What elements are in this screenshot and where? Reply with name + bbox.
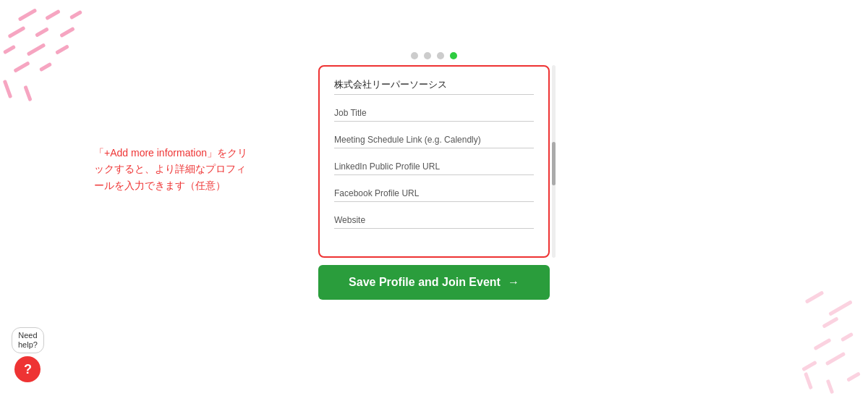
- decoration-bottomright: [752, 274, 868, 404]
- field-company: 株式会社リーパーソーシス: [334, 78, 534, 95]
- website-label: Website: [334, 215, 534, 225]
- question-mark-icon: ?: [24, 362, 32, 377]
- facebook-label: Facebook Profile URL: [334, 188, 534, 198]
- save-profile-button[interactable]: Save Profile and Join Event →: [318, 265, 550, 300]
- dot-2[interactable]: [424, 52, 431, 59]
- need-help-label: Need help?: [12, 327, 44, 353]
- website-line: [334, 228, 534, 229]
- meeting-schedule-label: Meeting Schedule Link (e.g. Calendly): [334, 135, 534, 145]
- field-job-title: Job Title: [334, 108, 534, 122]
- job-title-line: [334, 121, 534, 122]
- scrollbar-track[interactable]: [552, 65, 556, 258]
- facebook-line: [334, 201, 534, 202]
- field-meeting-schedule: Meeting Schedule Link (e.g. Calendly): [334, 135, 534, 148]
- meeting-schedule-line: [334, 148, 534, 148]
- job-title-label: Job Title: [334, 108, 534, 118]
- page-center: 株式会社リーパーソーシス Job Title Meeting Schedule …: [311, 0, 557, 300]
- dot-3[interactable]: [437, 52, 444, 59]
- linkedin-label: LinkedIn Public Profile URL: [334, 161, 534, 172]
- dot-4[interactable]: [450, 52, 457, 59]
- field-website: Website: [334, 215, 534, 229]
- linkedin-line: [334, 174, 534, 175]
- annotation-text: 「+Add more information」をクリックすると、より詳細なプロフ…: [94, 145, 253, 193]
- scrollbar-thumb[interactable]: [552, 142, 556, 185]
- pagination-dots: [411, 52, 457, 59]
- need-help-button[interactable]: ?: [14, 356, 41, 382]
- field-facebook: Facebook Profile URL: [334, 188, 534, 202]
- form-card: 株式会社リーパーソーシス Job Title Meeting Schedule …: [318, 65, 550, 258]
- save-button-label: Save Profile and Join Event: [349, 276, 501, 289]
- need-help-widget: Need help? ?: [12, 327, 44, 382]
- decoration-topleft: [0, 0, 116, 130]
- save-button-arrow: →: [508, 276, 519, 289]
- field-linkedin: LinkedIn Public Profile URL: [334, 161, 534, 175]
- company-value: 株式会社リーパーソーシス: [334, 78, 534, 91]
- card-wrapper: 株式会社リーパーソーシス Job Title Meeting Schedule …: [318, 65, 550, 258]
- company-line: [334, 94, 534, 95]
- dot-1[interactable]: [411, 52, 418, 59]
